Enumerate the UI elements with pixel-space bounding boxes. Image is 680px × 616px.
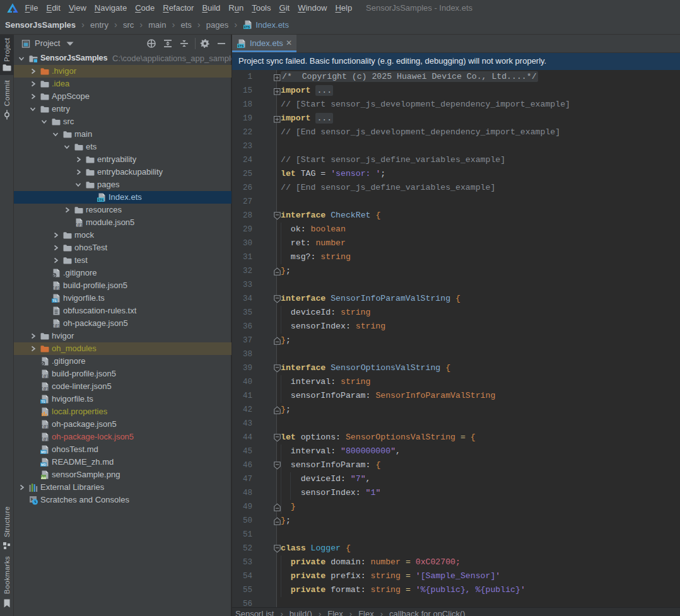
svg-text:ETS: ETS — [244, 26, 250, 29]
svg-text:{@}: {@} — [40, 374, 49, 379]
svg-text:ETS: ETS — [98, 199, 103, 202]
svg-text:MD: MD — [41, 463, 46, 467]
svg-text:{@}: {@} — [74, 223, 83, 228]
svg-text:TS: TS — [41, 400, 45, 404]
svg-text:{@}: {@} — [52, 286, 60, 291]
svg-text:TS: TS — [52, 299, 57, 303]
svg-text:{@}: {@} — [52, 323, 60, 328]
svg-text:MD: MD — [41, 450, 46, 454]
svg-text:{@}: {@} — [40, 386, 49, 392]
svg-text:{@}: {@} — [40, 437, 49, 442]
svg-text:{@}: {@} — [40, 424, 49, 429]
svg-text:ETS: ETS — [238, 45, 243, 48]
